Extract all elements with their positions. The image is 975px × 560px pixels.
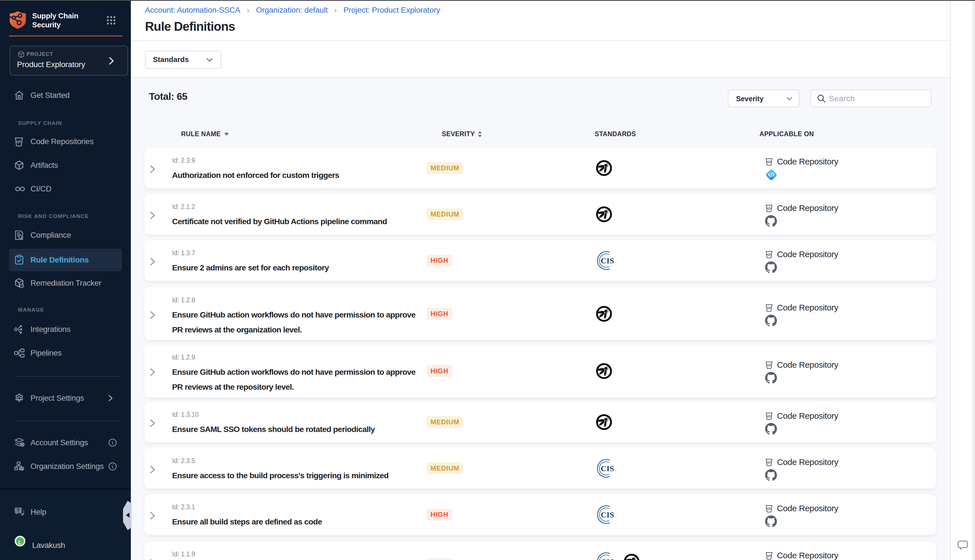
- svg-text:?: ?: [17, 508, 20, 513]
